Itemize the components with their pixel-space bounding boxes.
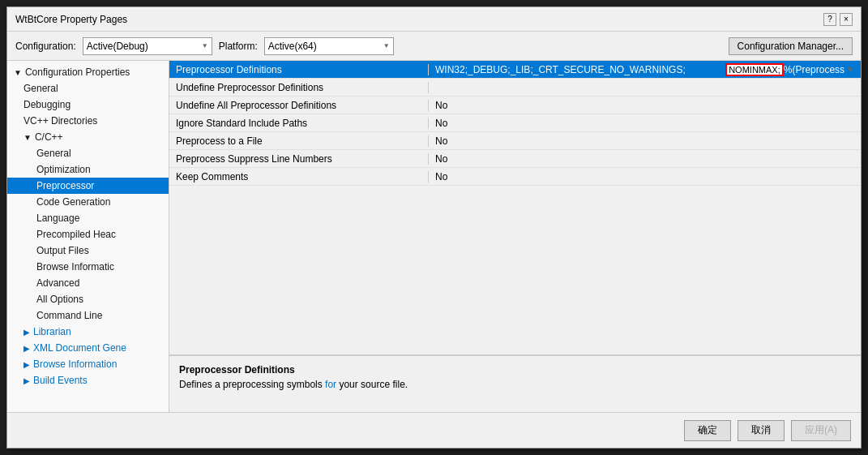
prop-value-suppress-line-numbers: No	[429, 153, 861, 165]
prop-value-text-undef-all-preproc: No	[435, 100, 854, 111]
expand-icon-build-events: ▶	[24, 376, 30, 385]
platform-dropdown[interactable]: Active(x64) ▼	[264, 37, 394, 55]
tree-item-language[interactable]: Language	[7, 210, 169, 226]
tree-item-label-browse-information: Browse Information	[33, 358, 117, 370]
tree-item-output-files[interactable]: Output Files	[7, 243, 169, 259]
prop-name-preprocessor-defs: Preprocessor Definitions	[169, 64, 429, 75]
prop-name-ignore-std-include: Ignore Standard Include Paths	[169, 118, 429, 129]
tree-item-cpp[interactable]: ▼C/C++	[7, 129, 169, 145]
property-row-undef-all-preproc[interactable]: Undefine All Preprocessor DefinitionsNo	[169, 97, 861, 114]
tree-item-label-vc-directories: VC++ Directories	[24, 115, 97, 127]
expand-icon-browse-information: ▶	[24, 360, 30, 369]
config-value: Active(Debug)	[87, 41, 148, 52]
tree-item-debugging[interactable]: Debugging	[7, 97, 169, 113]
close-button[interactable]: ×	[840, 13, 853, 26]
expand-icon-librarian: ▶	[24, 328, 30, 337]
tree-item-label-general: General	[24, 83, 58, 94]
title-bar: WtBtCore Property Pages ? ×	[7, 7, 861, 32]
help-button[interactable]: ?	[823, 13, 836, 26]
platform-dropdown-arrow: ▼	[383, 42, 390, 49]
main-content: ▼Configuration PropertiesGeneralDebuggin…	[7, 61, 861, 412]
expand-icon-cpp: ▼	[24, 133, 32, 142]
property-row-preprocess-to-file[interactable]: Preprocess to a FileNo	[169, 132, 861, 150]
tree-item-precompiled-headers[interactable]: Precompiled Heac	[7, 226, 169, 243]
prop-name-undef-all-preproc: Undefine All Preprocessor Definitions	[169, 100, 429, 111]
tree-item-preprocessor[interactable]: Preprocessor	[7, 178, 169, 194]
dialog-title: WtBtCore Property Pages	[15, 14, 127, 25]
description-text-part1: Defines a preprocessing symbols	[179, 379, 325, 390]
prop-value-text-keep-comments: No	[435, 171, 854, 182]
tree-item-label-optimization: Optimization	[36, 164, 91, 175]
config-label: Configuration:	[15, 41, 76, 52]
tree-item-label-preprocessor: Preprocessor	[36, 180, 94, 191]
config-bar: Configuration: Active(Debug) ▼ Platform:…	[7, 32, 861, 61]
tree-item-label-precompiled-headers: Precompiled Heac	[36, 229, 116, 240]
tree-item-librarian[interactable]: ▶Librarian	[7, 324, 169, 340]
tree-item-label-all-options: All Options	[36, 294, 83, 305]
tree-item-label-advanced: Advanced	[36, 277, 79, 289]
config-dropdown[interactable]: Active(Debug) ▼	[83, 37, 212, 55]
prop-value-preprocessor-defs: WIN32;_DEBUG;_LIB;_CRT_SECURE_NO_WARNING…	[429, 63, 861, 76]
tree-item-build-events[interactable]: ▶Build Events	[7, 372, 169, 388]
property-row-suppress-line-numbers[interactable]: Preprocess Suppress Line NumbersNo	[169, 150, 861, 168]
tree-item-browse-info[interactable]: Browse Informatic	[7, 259, 169, 275]
config-manager-button[interactable]: Configuration Manager...	[729, 37, 853, 55]
description-text: Defines a preprocessing symbols for your…	[179, 379, 851, 390]
tree-item-advanced[interactable]: Advanced	[7, 275, 169, 291]
prop-value-text-after: %(Preprocess	[784, 64, 844, 75]
tree-item-label-browse-info: Browse Informatic	[36, 261, 114, 273]
tree-item-label-debugging: Debugging	[24, 99, 71, 110]
ok-button[interactable]: 确定	[684, 420, 731, 441]
tree-item-command-line[interactable]: Command Line	[7, 307, 169, 324]
prop-value-text-before: WIN32;_DEBUG;_LIB;_CRT_SECURE_NO_WARNING…	[435, 64, 725, 75]
tree-item-config-props[interactable]: ▼Configuration Properties	[7, 64, 169, 80]
tree-item-optimization[interactable]: Optimization	[7, 161, 169, 178]
tree-item-label-output-files: Output Files	[36, 245, 89, 256]
property-row-keep-comments[interactable]: Keep CommentsNo	[169, 168, 861, 186]
prop-value-text-ignore-std-include: No	[435, 118, 854, 129]
prop-name-suppress-line-numbers: Preprocess Suppress Line Numbers	[169, 153, 429, 165]
tree-item-all-options[interactable]: All Options	[7, 291, 169, 307]
tree-item-label-config-props: Configuration Properties	[25, 67, 130, 78]
description-title: Preprocessor Definitions	[179, 364, 851, 376]
platform-value: Active(x64)	[268, 41, 317, 52]
prop-value-dropdown-arrow[interactable]: ▼	[846, 65, 854, 74]
tree-item-cpp-general[interactable]: General	[7, 145, 169, 161]
tree-item-label-cpp: C/C++	[35, 131, 63, 143]
cancel-button[interactable]: 取消	[738, 420, 785, 441]
prop-name-preprocess-to-file: Preprocess to a File	[169, 135, 429, 147]
platform-label: Platform:	[219, 41, 258, 52]
property-row-ignore-std-include[interactable]: Ignore Standard Include PathsNo	[169, 114, 861, 132]
tree-item-vc-directories[interactable]: VC++ Directories	[7, 113, 169, 129]
expand-icon-config-props: ▼	[14, 68, 22, 77]
config-dropdown-arrow: ▼	[202, 42, 208, 49]
property-row-undef-preproc[interactable]: Undefine Preprocessor Definitions	[169, 79, 861, 97]
tree-item-xml-doc-gen[interactable]: ▶XML Document Gene	[7, 340, 169, 356]
description-text-part2: your source file.	[336, 379, 408, 390]
tree-item-code-generation[interactable]: Code Generation	[7, 194, 169, 210]
footer: 确定 取消 应用(A)	[7, 412, 861, 448]
prop-value-undef-all-preproc: No	[429, 100, 861, 111]
prop-value-ignore-std-include: No	[429, 118, 861, 129]
tree-item-label-code-generation: Code Generation	[36, 196, 110, 208]
description-panel: Preprocessor Definitions Defines a prepr…	[169, 355, 861, 412]
tree-item-label-cpp-general: General	[36, 148, 71, 159]
tree-item-label-command-line: Command Line	[36, 310, 102, 321]
tree-panel: ▼Configuration PropertiesGeneralDebuggin…	[7, 61, 169, 412]
prop-value-preprocess-to-file: No	[429, 135, 861, 147]
prop-value-highlight: NOMINMAX;	[725, 63, 784, 76]
apply-button[interactable]: 应用(A)	[791, 420, 851, 441]
right-panel: Preprocessor DefinitionsWIN32;_DEBUG;_LI…	[169, 61, 861, 412]
expand-icon-xml-doc-gen: ▶	[24, 344, 30, 353]
prop-value-text-suppress-line-numbers: No	[435, 153, 854, 165]
prop-name-undef-preproc: Undefine Preprocessor Definitions	[169, 82, 429, 93]
prop-name-keep-comments: Keep Comments	[169, 171, 429, 182]
property-row-preprocessor-defs[interactable]: Preprocessor DefinitionsWIN32;_DEBUG;_LI…	[169, 61, 861, 79]
tree-item-label-librarian: Librarian	[33, 326, 71, 337]
tree-item-label-build-events: Build Events	[33, 375, 88, 386]
prop-value-text-preprocess-to-file: No	[435, 135, 854, 147]
tree-item-browse-information[interactable]: ▶Browse Information	[7, 356, 169, 372]
description-highlight: for	[325, 379, 336, 390]
tree-item-general[interactable]: General	[7, 80, 169, 97]
prop-value-keep-comments: No	[429, 171, 861, 182]
